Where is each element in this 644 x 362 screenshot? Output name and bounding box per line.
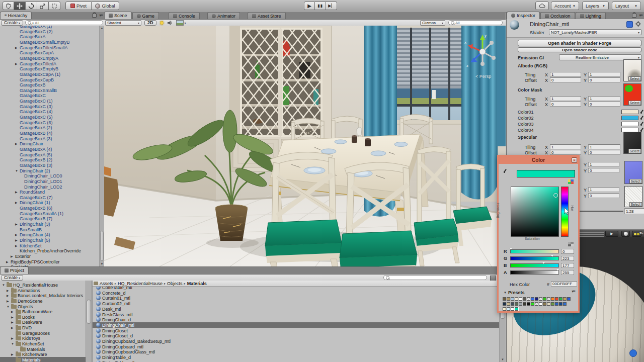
foldout-icon[interactable]: ▶ xyxy=(15,238,20,242)
color-swatch[interactable] xyxy=(621,110,638,114)
preset-swatch[interactable] xyxy=(555,302,558,306)
tab-asset-store[interactable]: Asset Store xyxy=(248,12,286,19)
normal-tiling-y-field[interactable]: 1 xyxy=(588,162,619,167)
tab-project[interactable]: Project xyxy=(0,266,29,274)
tab-lighting[interactable]: Lighting xyxy=(576,12,606,19)
mask-offset-y-field[interactable]: 0 xyxy=(588,102,620,107)
eyedropper-icon[interactable] xyxy=(639,109,644,114)
preset-swatch[interactable] xyxy=(559,302,562,306)
hierarchy-item[interactable]: ▶DiningChair xyxy=(0,141,99,146)
close-icon[interactable]: × xyxy=(572,157,577,163)
help-icon[interactable] xyxy=(626,21,633,28)
tab-game[interactable]: Game xyxy=(132,12,159,19)
preset-swatch[interactable] xyxy=(547,302,550,306)
layers-dropdown[interactable]: Layers▼ xyxy=(582,2,609,10)
account-dropdown[interactable]: Account▼ xyxy=(551,2,579,10)
preset-swatch[interactable] xyxy=(511,302,514,306)
detail-texture-thumbnail[interactable]: Select xyxy=(624,186,642,207)
palette-grid-icon[interactable] xyxy=(568,242,574,246)
mask-tiling-y-field[interactable]: 1 xyxy=(588,96,620,101)
material-list-item[interactable]: DiningCupboardGlass_mtl xyxy=(93,349,499,354)
foldout-icon[interactable]: ▼ xyxy=(7,305,11,308)
hierarchy-scrollbar[interactable]: ▲ ▼ xyxy=(99,26,104,266)
color-mask-select-button[interactable]: Select xyxy=(628,101,641,105)
preview-sphere-button[interactable] xyxy=(621,231,630,237)
hierarchy-item[interactable]: Kitchen_ProbeAnchorOverride xyxy=(0,248,99,253)
foldout-icon[interactable]: ▶ xyxy=(11,310,16,313)
channel-value-field[interactable]: 0 xyxy=(561,249,574,254)
detail-offset-y-field[interactable]: 0 xyxy=(588,193,619,198)
breadcrumb-materials[interactable]: Materials xyxy=(187,281,207,286)
preset-swatch[interactable] xyxy=(543,297,546,301)
material-list-item[interactable]: DiningTable_d xyxy=(93,354,499,360)
hierarchy-item[interactable]: ▶DiningChair (3) xyxy=(0,221,99,227)
persp-label[interactable]: < Persp xyxy=(475,74,491,79)
hierarchy-item[interactable]: ▶RoundStand xyxy=(0,189,99,195)
preset-swatch[interactable] xyxy=(539,302,542,306)
preset-swatch[interactable] xyxy=(531,297,534,301)
tab-console[interactable]: Console xyxy=(169,12,200,19)
slider-thumb-icon[interactable] xyxy=(551,255,554,257)
saturation-brightness-box[interactable] xyxy=(511,187,559,237)
rect-tool-button[interactable] xyxy=(49,2,60,10)
channel-slider[interactable] xyxy=(510,249,559,253)
preset-swatch[interactable] xyxy=(511,307,514,311)
preset-swatch[interactable] xyxy=(523,297,526,301)
preset-swatch[interactable] xyxy=(547,297,550,301)
preview-menu-icon[interactable]: ▾≡ xyxy=(639,232,643,235)
foldout-icon[interactable]: ▶ xyxy=(6,260,11,263)
hierarchy-item[interactable]: GarageBoxC (5) xyxy=(0,114,99,120)
preset-swatch[interactable] xyxy=(535,297,538,301)
preset-swatch[interactable] xyxy=(567,297,571,301)
specular-tiling-y-field[interactable]: 1 xyxy=(588,144,620,149)
project-folder-item[interactable]: ▶DemoScene xyxy=(0,298,86,304)
pause-button[interactable]: ▮▮ xyxy=(315,2,326,10)
foldout-icon[interactable]: ▶ xyxy=(7,299,11,303)
project-search-input[interactable] xyxy=(383,275,487,280)
foldout-icon[interactable]: ▼ xyxy=(15,169,20,172)
hierarchy-item[interactable]: ▶DiningChair (5) xyxy=(0,237,99,243)
foldout-icon[interactable]: ▼ xyxy=(11,342,16,345)
shader-dropdown[interactable]: NOT_Lonely/MaskedPBR▾ xyxy=(549,29,641,35)
preset-swatch[interactable] xyxy=(515,297,518,301)
foldout-icon[interactable]: ▶ xyxy=(11,352,16,356)
preset-swatch[interactable] xyxy=(527,297,530,301)
preset-swatch[interactable] xyxy=(503,307,506,311)
color-swatch[interactable] xyxy=(621,122,638,126)
tab-animator[interactable]: Animator xyxy=(207,12,240,19)
hierarchy-item[interactable]: GarageBoxCapA xyxy=(0,50,99,55)
material-list-item[interactable]: DiningTable_mtl xyxy=(93,360,499,362)
foldout-icon[interactable]: ▶ xyxy=(15,233,20,236)
hierarchy-item[interactable]: GarageBoxEmptyA xyxy=(0,55,99,61)
color-mask-texture-thumbnail[interactable]: Select xyxy=(623,83,641,106)
channel-slider[interactable] xyxy=(510,256,559,260)
layout-dropdown[interactable]: Layout▼ xyxy=(612,2,641,10)
hierarchy-item[interactable]: GarageBoxA (4) xyxy=(0,146,99,152)
hierarchy-item[interactable]: GarageBoxB (3) xyxy=(0,162,99,168)
channel-value-field[interactable]: 177 xyxy=(561,263,574,268)
project-folder-tree[interactable]: ▼HQ_ResidentialHouse▶Animations▶Bonus co… xyxy=(0,281,86,362)
project-folder-item[interactable]: ▶KidsToys xyxy=(0,335,86,341)
scroll-up-icon[interactable]: ▲ xyxy=(100,26,104,31)
foldout-icon[interactable]: ▶ xyxy=(11,315,16,319)
window[interactable] xyxy=(388,26,471,124)
foldout-icon[interactable]: ▶ xyxy=(15,201,20,204)
project-create-button[interactable]: Create▾ xyxy=(1,275,23,281)
albedo-texture-thumbnail[interactable]: Select xyxy=(623,59,641,81)
normal-offset-y-field[interactable]: 0 xyxy=(588,168,619,173)
scrollbar-thumb[interactable] xyxy=(100,231,104,261)
foldout-icon[interactable]: ▶ xyxy=(15,244,20,247)
preset-swatch[interactable] xyxy=(527,302,530,306)
preset-swatch[interactable] xyxy=(543,302,546,306)
hierarchy-item[interactable]: GarageBoxCapA (1) xyxy=(0,71,99,77)
scale-tool-button[interactable] xyxy=(37,2,49,10)
albedo-select-button[interactable]: Select xyxy=(628,76,641,81)
lock-icon[interactable] xyxy=(92,14,97,18)
preset-swatch[interactable] xyxy=(563,297,567,301)
cloud-button[interactable] xyxy=(535,2,549,10)
slider-thumb-icon[interactable] xyxy=(542,262,545,264)
foldout-icon[interactable]: ▶ xyxy=(15,222,20,226)
preset-swatch[interactable] xyxy=(539,297,542,301)
hierarchy-item[interactable]: DiningChair_LOD0 xyxy=(0,173,99,178)
preset-swatch[interactable] xyxy=(563,302,567,306)
